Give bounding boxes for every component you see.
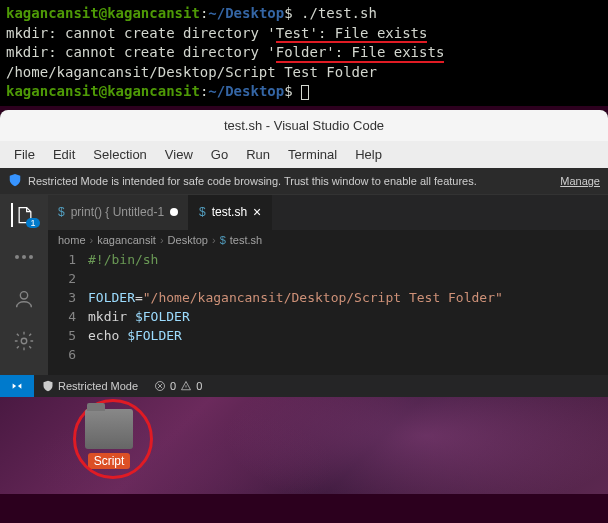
line-number: 3 xyxy=(48,290,88,305)
menu-terminal[interactable]: Terminal xyxy=(280,145,345,164)
restricted-mode-banner: Restricted Mode is intended for safe cod… xyxy=(0,168,608,195)
menu-selection[interactable]: Selection xyxy=(85,145,154,164)
manage-link[interactable]: Manage xyxy=(560,175,600,187)
desktop[interactable]: Script xyxy=(0,397,608,494)
menubar: File Edit Selection View Go Run Terminal… xyxy=(0,141,608,168)
tab-untitled[interactable]: $ print() { Untitled-1 xyxy=(48,195,189,230)
chevron-right-icon: › xyxy=(160,234,164,246)
shell-icon: $ xyxy=(199,205,206,219)
svg-point-3 xyxy=(20,292,27,299)
status-problems[interactable]: 0 0 xyxy=(146,380,210,392)
underline-annotation: Test xyxy=(276,26,310,43)
folder-icon xyxy=(85,409,133,449)
tabs: $ print() { Untitled-1 $ test.sh × xyxy=(48,195,608,230)
breadcrumb[interactable]: home› kagancansit› Desktop› $ test.sh xyxy=(48,230,608,250)
terminal-line: kagancansit@kagancansit:~/Desktop$ xyxy=(6,82,602,102)
menu-file[interactable]: File xyxy=(6,145,43,164)
svg-point-2 xyxy=(29,255,33,259)
remote-button[interactable] xyxy=(0,375,34,397)
svg-point-4 xyxy=(21,338,27,344)
menu-view[interactable]: View xyxy=(157,145,201,164)
terminal-output-line: mkdir: cannot create directory 'Test': F… xyxy=(6,24,602,44)
line-number: 6 xyxy=(48,347,88,362)
more-icon[interactable] xyxy=(12,245,36,269)
prompt-user: kagancansit@kagancansit xyxy=(6,5,200,21)
dirty-indicator-icon xyxy=(170,208,178,216)
badge: 1 xyxy=(26,218,39,228)
terminal-line: kagancansit@kagancansit:~/Desktop$ ./tes… xyxy=(6,4,602,24)
terminal-output-line: /home/kagancansit/Desktop/Script Test Fo… xyxy=(6,63,602,83)
vscode-window: test.sh - Visual Studio Code File Edit S… xyxy=(0,110,608,397)
line-number: 5 xyxy=(48,328,88,343)
titlebar[interactable]: test.sh - Visual Studio Code xyxy=(0,110,608,141)
underline-annotation: Folder xyxy=(276,45,327,62)
restricted-message: Restricted Mode is intended for safe cod… xyxy=(28,175,477,187)
tab-testsh[interactable]: $ test.sh × xyxy=(189,195,272,230)
shield-icon xyxy=(8,173,22,189)
terminal-cursor[interactable] xyxy=(301,85,309,100)
prompt-path: ~/Desktop xyxy=(208,5,284,21)
line-number: 1 xyxy=(48,252,88,267)
warning-icon xyxy=(180,380,192,392)
line-number: 4 xyxy=(48,309,88,324)
shell-icon: $ xyxy=(58,205,65,219)
chevron-right-icon: › xyxy=(212,234,216,246)
window-title: test.sh - Visual Studio Code xyxy=(224,118,384,133)
accounts-icon[interactable] xyxy=(12,287,36,311)
menu-go[interactable]: Go xyxy=(203,145,236,164)
chevron-right-icon: › xyxy=(90,234,94,246)
code-editor[interactable]: 1#!/bin/sh 2 3FOLDER="/home/kagancansit/… xyxy=(48,250,608,364)
terminal-output-line: mkdir: cannot create directory 'Folder':… xyxy=(6,43,602,63)
line-number: 2 xyxy=(48,271,88,286)
terminal-command: ./test.sh xyxy=(293,5,377,21)
close-icon[interactable]: × xyxy=(253,204,261,220)
settings-gear-icon[interactable] xyxy=(12,329,36,353)
explorer-icon[interactable]: 1 xyxy=(11,203,35,227)
menu-help[interactable]: Help xyxy=(347,145,390,164)
menu-run[interactable]: Run xyxy=(238,145,278,164)
status-restricted[interactable]: Restricted Mode xyxy=(34,380,146,392)
error-icon xyxy=(154,380,166,392)
shield-icon xyxy=(42,380,54,392)
menu-edit[interactable]: Edit xyxy=(45,145,83,164)
terminal[interactable]: kagancansit@kagancansit:~/Desktop$ ./tes… xyxy=(0,0,608,106)
shell-icon: $ xyxy=(220,234,226,246)
svg-point-1 xyxy=(22,255,26,259)
desktop-folder[interactable]: Script xyxy=(85,405,133,469)
svg-point-0 xyxy=(15,255,19,259)
activity-bar: 1 xyxy=(0,195,48,375)
editor-area: $ print() { Untitled-1 $ test.sh × home›… xyxy=(48,195,608,375)
status-bar: Restricted Mode 0 0 xyxy=(0,375,608,397)
